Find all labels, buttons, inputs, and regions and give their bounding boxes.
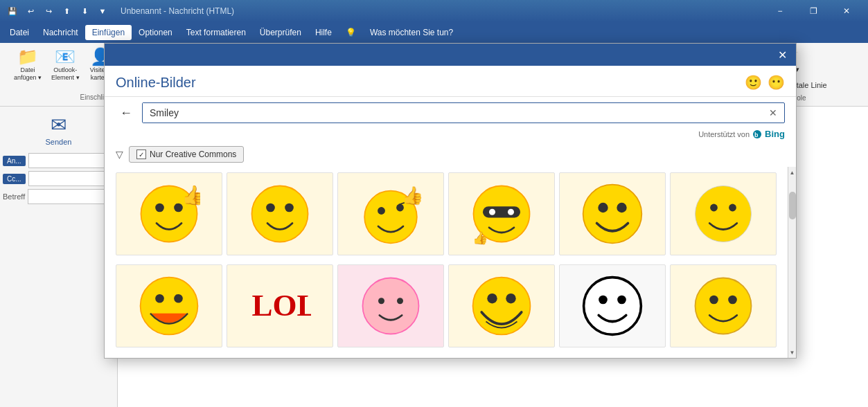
up-icon[interactable]: ⬆ (60, 4, 73, 18)
subject-label: Betreff (3, 192, 25, 201)
outlook-icon: 📧 (55, 48, 76, 65)
menu-datei[interactable]: Datei (3, 25, 36, 40)
dialog-title: Online-Bilder (116, 75, 196, 91)
dialog-scrollbar[interactable]: ▲ ▼ (788, 167, 796, 358)
image-cell[interactable]: 👍 (337, 172, 444, 255)
cc-button[interactable]: Cc... (3, 174, 26, 184)
menu-einfuegen[interactable]: Einfügen (85, 25, 132, 40)
smiley-image: 👍 (449, 173, 554, 255)
search-input[interactable] (143, 103, 762, 123)
bing-attribution-text: Unterstützt von (698, 130, 750, 138)
cc-field-row: Cc... (3, 171, 114, 186)
image-cell[interactable] (227, 172, 333, 255)
smiley-image (227, 173, 333, 255)
to-button[interactable]: An... (3, 156, 26, 166)
send-button[interactable]: ✉ Senden (3, 109, 114, 150)
image-cell[interactable]: 👍 (448, 172, 555, 255)
creative-commons-filter[interactable]: ✓ Nur Creative Commons (129, 146, 244, 163)
image-cell[interactable] (559, 264, 666, 347)
save-icon[interactable]: 💾 (6, 4, 19, 18)
svg-point-38 (696, 278, 752, 334)
svg-point-8 (285, 204, 294, 212)
svg-point-39 (709, 296, 718, 305)
svg-text:👍: 👍 (181, 183, 200, 206)
smiley-image: 👍 (338, 173, 443, 255)
dialog-back-button[interactable]: ← (116, 105, 136, 122)
filter-icon: ▽ (116, 149, 123, 160)
smiley-image (560, 265, 665, 347)
menu-ueberpruefen[interactable]: Überprüfen (253, 25, 308, 40)
svg-point-32 (473, 278, 531, 335)
image-cell[interactable]: LOL (227, 264, 333, 347)
svg-point-11 (396, 204, 404, 212)
menu-was-moechten[interactable]: Was möchten Sie tun? (363, 25, 460, 40)
minimize-button[interactable]: − (764, 0, 796, 22)
svg-point-3 (155, 204, 164, 212)
filter-label: Nur Creative Commons (150, 150, 236, 159)
menu-hilfe[interactable]: Hilfe (308, 25, 339, 40)
scrollbar-thumb[interactable] (789, 192, 796, 219)
svg-rect-15 (483, 206, 520, 217)
smiley-image (560, 173, 665, 255)
image-cell[interactable] (670, 172, 777, 255)
svg-point-36 (599, 296, 608, 305)
image-cell[interactable] (116, 264, 222, 347)
outlook-label: Outlook-Element ▾ (51, 66, 80, 82)
undo-icon[interactable]: ↩ (24, 4, 37, 18)
smiley-image (671, 265, 776, 347)
more-icon[interactable]: ▼ (96, 4, 109, 18)
send-icon: ✉ (51, 114, 67, 136)
compose-left-panel: ✉ Senden An... Cc... Betreff (0, 107, 118, 407)
dialog-titlebar: ✕ (105, 44, 796, 66)
svg-point-24 (729, 204, 736, 212)
svg-point-6 (252, 186, 308, 242)
filter-checkmark: ✓ (136, 150, 146, 159)
smiley-image (449, 265, 554, 347)
menu-lightbulb-icon[interactable]: 💡 (339, 25, 363, 40)
online-bilder-dialog: ✕ Online-Bilder 🙂 😶 ← ✕ Unterstützt von … (104, 43, 797, 359)
dialog-content: 👍👍👍LOL ▲ ▼ (105, 167, 796, 358)
ribbon-outlook-element[interactable]: 📧 Outlook-Element ▾ (47, 46, 84, 84)
redo-icon[interactable]: ↪ (42, 4, 55, 18)
image-cell[interactable] (670, 264, 777, 347)
window-controls: − ❐ ✕ (764, 0, 862, 22)
close-button[interactable]: ✕ (831, 0, 862, 22)
smiley-image (338, 265, 443, 347)
smiley-neutral-icon[interactable]: 😶 (768, 74, 785, 91)
restore-button[interactable]: ❐ (797, 0, 829, 22)
image-cell[interactable] (559, 172, 666, 255)
search-box: ✕ (142, 102, 785, 123)
svg-point-17 (508, 209, 514, 215)
svg-text:LOL: LOL (252, 288, 312, 323)
menu-optionen[interactable]: Optionen (132, 25, 179, 40)
svg-point-7 (266, 204, 275, 212)
down-icon[interactable]: ⬇ (78, 4, 91, 18)
bing-attribution: Unterstützt von b Bing (105, 129, 796, 142)
svg-point-35 (584, 278, 641, 335)
svg-point-10 (378, 207, 385, 215)
scrollbar-down-arrow[interactable]: ▼ (788, 347, 797, 358)
smiley-image: LOL (227, 265, 333, 347)
ribbon-datei-anfuegen[interactable]: 📁 Dateianfügen ▾ (10, 46, 46, 84)
image-cell[interactable] (337, 264, 444, 347)
menu-nachricht[interactable]: Nachricht (36, 25, 85, 40)
smiley-happy-icon[interactable]: 🙂 (745, 74, 762, 91)
svg-point-30 (378, 298, 384, 304)
scrollbar-up-arrow[interactable]: ▲ (788, 167, 797, 178)
image-cell[interactable]: 👍 (116, 172, 222, 255)
datei-icon: 📁 (17, 48, 38, 65)
subject-field-row: Betreff (3, 189, 114, 204)
svg-point-34 (506, 293, 515, 303)
smiley-image (671, 173, 776, 255)
dialog-close-button[interactable]: ✕ (774, 46, 790, 63)
image-cell[interactable] (448, 264, 555, 347)
svg-point-40 (728, 296, 737, 305)
svg-point-19 (583, 185, 642, 244)
dialog-header-icons: 🙂 😶 (745, 74, 785, 91)
title-bar-left: 💾 ↩ ↪ ⬆ ⬇ ▼ Unbenannt - Nachricht (HTML) (6, 4, 234, 18)
app-title: Unbenannt - Nachricht (HTML) (121, 6, 234, 16)
svg-point-23 (710, 204, 718, 212)
search-clear-button[interactable]: ✕ (762, 103, 784, 123)
svg-point-22 (696, 186, 752, 242)
menu-text-formatieren[interactable]: Text formatieren (179, 25, 253, 40)
